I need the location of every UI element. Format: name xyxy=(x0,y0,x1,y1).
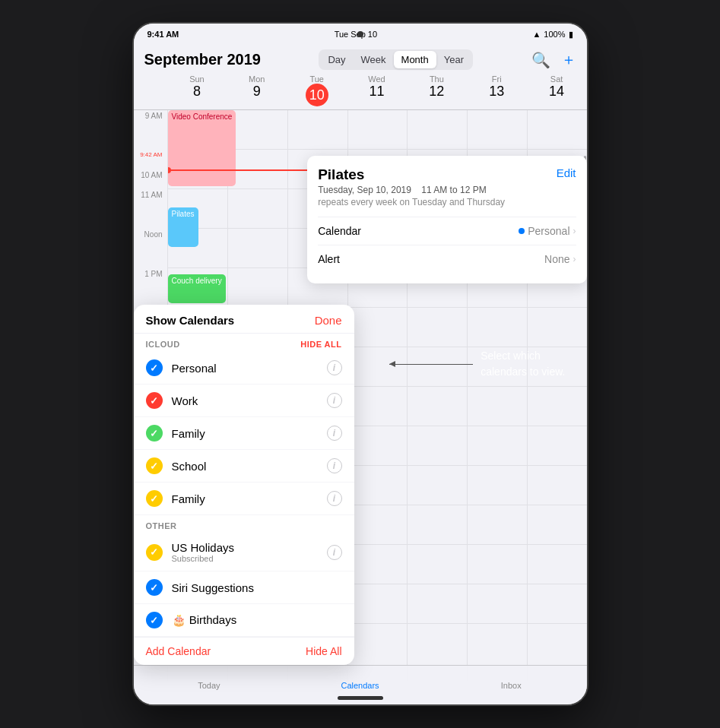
chevron-icon: › xyxy=(573,226,576,236)
view-btn-year[interactable]: Year xyxy=(436,51,471,68)
icloud-section-header: ICLOUD HIDE ALL xyxy=(134,334,354,352)
work-check: ✓ xyxy=(146,392,163,409)
event-detail-calendar-row[interactable]: Calendar Personal › xyxy=(318,217,576,245)
day-header-sun[interactable]: Sun 8 xyxy=(167,74,227,106)
family-name: Family xyxy=(172,427,327,440)
alert-label: Alert xyxy=(318,253,340,265)
event-detail-edit-btn[interactable]: Edit xyxy=(557,166,576,179)
event-detail-popover: Pilates Edit Tuesday, Sep 10, 2019 11 AM… xyxy=(307,156,586,283)
popover-title: Show Calendars xyxy=(146,314,235,327)
hide-all-btn[interactable]: HIDE ALL xyxy=(300,340,341,349)
event-detail-alert-row[interactable]: Alert None › xyxy=(318,245,576,273)
calendars-popover: Show Calendars Done ICLOUD HIDE ALL ✓ Pe… xyxy=(134,305,354,665)
calendar-item-family2[interactable]: ✓ Family i xyxy=(134,483,354,515)
calendar-header: September 2019 Day Week Month Year 🔍 ＋ xyxy=(134,45,587,74)
status-date: Tue Sep 10 xyxy=(335,30,377,39)
birthdays-check: ✓ xyxy=(146,612,163,628)
school-name: School xyxy=(172,460,327,473)
work-name: Work xyxy=(172,394,327,407)
popover-header: Show Calendars Done xyxy=(134,305,354,334)
family2-info-icon[interactable]: i xyxy=(327,491,342,506)
popover-done-btn[interactable]: Done xyxy=(315,314,342,327)
day-header-thu[interactable]: Thu 12 xyxy=(407,74,467,106)
calendar-item-school[interactable]: ✓ School i xyxy=(134,450,354,483)
school-info-icon[interactable]: i xyxy=(327,458,342,473)
popover-footer: Add Calendar Hide All xyxy=(134,637,354,665)
day-header-tue[interactable]: Tue 10 xyxy=(287,74,347,106)
battery-icon: ▮ xyxy=(569,30,573,40)
event-detail-date: Tuesday, Sep 10, 2019 11 AM to 12 PM xyxy=(318,185,576,195)
day-header-fri[interactable]: Fri 13 xyxy=(467,74,527,106)
hide-all-footer-btn[interactable]: Hide All xyxy=(306,645,341,657)
family2-check: ✓ xyxy=(146,490,163,507)
siri-name: Siri Suggestions xyxy=(172,581,342,594)
day-header-mon[interactable]: Mon 9 xyxy=(227,74,287,106)
calendar-value: Personal › xyxy=(519,225,576,237)
event-detail-repeat: repeats every week on Tuesday and Thursd… xyxy=(318,197,576,207)
status-icons: ▲ 100% ▮ xyxy=(532,30,573,40)
calendar-label: Calendar xyxy=(318,225,361,237)
view-btn-week[interactable]: Week xyxy=(354,51,394,68)
calendar-title: September 2019 xyxy=(144,51,261,68)
other-label: OTHER xyxy=(146,521,177,530)
add-calendar-btn[interactable]: Add Calendar xyxy=(146,645,211,657)
alert-chevron-icon: › xyxy=(573,254,576,264)
family2-name: Family xyxy=(172,492,327,505)
calendar-item-us-holidays[interactable]: ✓ US Holidays Subscribed i xyxy=(134,533,354,571)
birthdays-name: 🎂 Birthdays xyxy=(172,613,342,627)
personal-name: Personal xyxy=(172,362,327,375)
us-holidays-check: ✓ xyxy=(146,544,163,561)
wifi-icon: ▲ xyxy=(532,30,541,39)
personal-info-icon[interactable]: i xyxy=(327,360,342,375)
event-video-conference[interactable]: Video Conference xyxy=(168,110,236,186)
tab-inbox[interactable]: Inbox xyxy=(436,681,587,690)
search-button[interactable]: 🔍 xyxy=(531,51,550,69)
tab-today[interactable]: Today xyxy=(134,681,285,690)
siri-check: ✓ xyxy=(146,579,163,596)
calendar-item-siri[interactable]: ✓ Siri Suggestions xyxy=(134,571,354,604)
event-detail-title: Pilates xyxy=(318,166,576,183)
annotation-arrowhead xyxy=(389,361,395,367)
view-btn-day[interactable]: Day xyxy=(320,51,353,68)
header-actions: 🔍 ＋ xyxy=(531,49,576,70)
annotation-text: Select whichcalendars to view. xyxy=(481,348,565,380)
tab-calendars[interactable]: Calendars xyxy=(284,681,436,690)
view-switcher: Day Week Month Year xyxy=(319,49,473,70)
alert-value: None › xyxy=(544,253,576,265)
personal-check: ✓ xyxy=(146,359,163,376)
day-header-sat[interactable]: Sat 14 xyxy=(527,74,587,106)
calendar-item-personal[interactable]: ✓ Personal i xyxy=(134,352,354,385)
status-time: 9:41 AM xyxy=(147,30,179,39)
calendar-item-family[interactable]: ✓ Family i xyxy=(134,417,354,450)
camera-dot xyxy=(357,31,363,37)
event-couch-delivery[interactable]: Couch delivery xyxy=(168,274,226,303)
icloud-label: ICLOUD xyxy=(146,340,180,349)
battery-level: 100% xyxy=(544,30,565,39)
school-check: ✓ xyxy=(146,457,163,474)
calendar-item-birthdays[interactable]: ✓ 🎂 Birthdays xyxy=(134,604,354,637)
family-check: ✓ xyxy=(146,425,163,442)
view-btn-month[interactable]: Month xyxy=(394,51,436,68)
add-event-button[interactable]: ＋ xyxy=(561,49,576,70)
personal-dot xyxy=(519,228,525,234)
day-header-wed[interactable]: Wed 11 xyxy=(347,74,407,106)
day-headers: Sun 8 Mon 9 Tue 10 Wed 11 Thu 12 Fri 13 xyxy=(134,74,587,110)
calendar-item-work[interactable]: ✓ Work i xyxy=(134,385,354,417)
annotation-line xyxy=(389,364,473,365)
event-pilates[interactable]: Pilates xyxy=(168,207,198,247)
family-info-icon[interactable]: i xyxy=(327,426,342,441)
us-holidays-info-icon[interactable]: i xyxy=(327,545,342,560)
current-time-dot xyxy=(167,167,171,173)
home-indicator xyxy=(338,696,383,700)
other-section-header: OTHER xyxy=(134,515,354,533)
us-holidays-name: US Holidays xyxy=(172,541,327,554)
work-info-icon[interactable]: i xyxy=(327,393,342,408)
us-holidays-sub: Subscribed xyxy=(172,554,327,563)
